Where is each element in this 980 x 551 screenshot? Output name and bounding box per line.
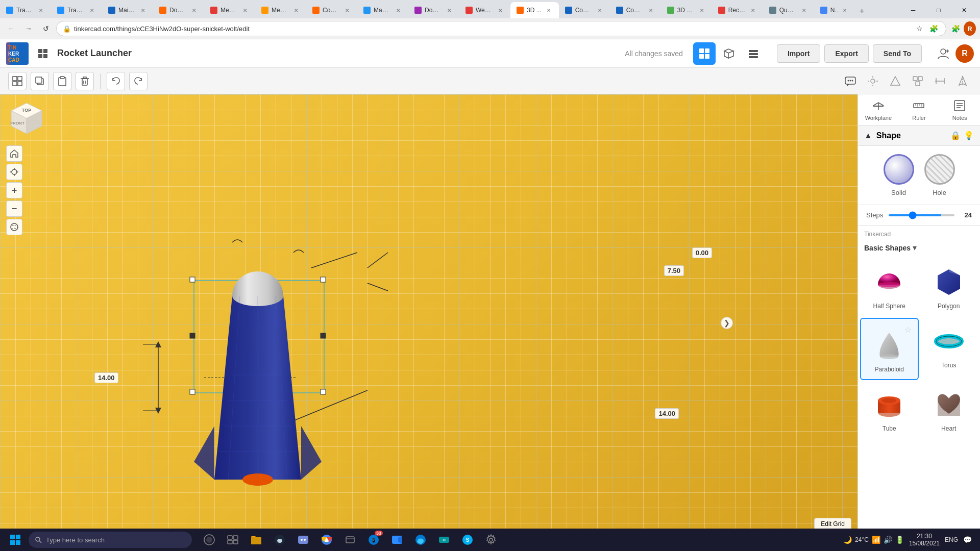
- tab-workplane[interactable]: Workplane: [858, 94, 899, 125]
- taskbar-item-8[interactable]: 📱 33: [362, 529, 385, 551]
- view-cube[interactable]: TOP FRONT: [6, 101, 47, 141]
- tab-recib[interactable]: Recib... ✕: [712, 2, 763, 18]
- tab-close[interactable]: ✕: [596, 6, 604, 14]
- taskbar-taskview[interactable]: [222, 529, 244, 551]
- taskbar-arduino[interactable]: ∞: [433, 529, 455, 551]
- forward-button[interactable]: →: [21, 21, 36, 36]
- shape-item-torus[interactable]: Torus: [920, 318, 978, 380]
- tab-close[interactable]: ✕: [496, 6, 504, 14]
- refresh-button[interactable]: ↺: [39, 21, 53, 36]
- tab-close[interactable]: ✕: [749, 6, 757, 14]
- tab-close[interactable]: ✕: [445, 6, 453, 14]
- tab-conte[interactable]: Conte... ✕: [306, 2, 357, 18]
- paste-button[interactable]: [53, 72, 71, 90]
- back-button[interactable]: ←: [4, 21, 18, 36]
- tab-close[interactable]: ✕: [647, 6, 655, 14]
- start-button[interactable]: [4, 529, 27, 551]
- tab-close[interactable]: ✕: [292, 6, 300, 14]
- steps-slider[interactable]: [889, 214, 954, 216]
- new-tab-button[interactable]: +: [855, 4, 869, 18]
- tab-down-2[interactable]: Down... ✕: [408, 2, 459, 18]
- zoom-in-button[interactable]: +: [6, 182, 22, 198]
- taskbar-cortana[interactable]: [198, 529, 220, 551]
- export-button[interactable]: Export: [824, 44, 868, 63]
- tab-close[interactable]: ✕: [139, 6, 147, 14]
- taskbar-edge[interactable]: [409, 529, 432, 551]
- tab-make[interactable]: Make... ✕: [357, 2, 408, 18]
- home-view-button[interactable]: [6, 145, 22, 162]
- tab-down-1[interactable]: Down... ✕: [153, 2, 204, 18]
- menu-grid-button[interactable]: [35, 45, 51, 62]
- shape-item-paraboloid[interactable]: ☆: [860, 318, 919, 380]
- tab-com[interactable]: Com... ✕: [610, 2, 661, 18]
- shape-item-polygon[interactable]: Polygon: [920, 259, 978, 317]
- lock-icon[interactable]: 🔒: [950, 131, 961, 140]
- group-button[interactable]: [909, 72, 927, 90]
- taskbar-steam[interactable]: [268, 529, 291, 551]
- transform-button[interactable]: [718, 42, 740, 65]
- add-user-button[interactable]: [934, 44, 952, 63]
- tab-webr[interactable]: Webr... ✕: [459, 2, 510, 18]
- light-button[interactable]: [864, 72, 882, 90]
- tab-close[interactable]: ✕: [37, 6, 45, 14]
- extensions-button[interactable]: 🧩: [927, 22, 940, 35]
- tab-notes[interactable]: Notes: [939, 94, 980, 125]
- viewport[interactable]: TOP FRONT: [0, 94, 857, 551]
- wifi-icon[interactable]: 📶: [872, 536, 880, 544]
- taskbar-search[interactable]: Type here to search: [29, 532, 192, 548]
- battery-icon[interactable]: 🔋: [895, 536, 904, 544]
- undo-button[interactable]: [107, 72, 125, 90]
- redo-button[interactable]: [129, 72, 148, 90]
- tab-close[interactable]: ✕: [394, 6, 402, 14]
- taskbar-item-7[interactable]: [339, 529, 361, 551]
- panel-collapse-button[interactable]: ❯: [721, 317, 733, 329]
- align-button[interactable]: [931, 72, 949, 90]
- tab-3d-active[interactable]: 3D ... ✕: [510, 2, 559, 18]
- shape-collapse-button[interactable]: ▲: [864, 131, 872, 140]
- orbit-button[interactable]: [6, 219, 22, 235]
- tab-3dpr[interactable]: 3D Pr... ✕: [661, 2, 712, 18]
- copy-button[interactable]: [31, 72, 49, 90]
- bulb-icon[interactable]: 💡: [964, 131, 974, 140]
- mirror-button[interactable]: [953, 72, 972, 90]
- tab-ruler[interactable]: Ruler: [899, 94, 940, 125]
- new-shape-button[interactable]: [8, 72, 27, 90]
- address-bar[interactable]: 🔒 tinkercad.com/things/cCE3HiNw2dO-super…: [56, 21, 946, 36]
- import-button[interactable]: Import: [777, 44, 821, 63]
- maximize-button[interactable]: □: [927, 2, 950, 18]
- tab-close[interactable]: ✕: [698, 6, 706, 14]
- taskbar-discord[interactable]: [292, 529, 314, 551]
- clock[interactable]: 21:30 15/08/2021: [909, 533, 940, 547]
- shape-button[interactable]: [886, 72, 904, 90]
- notification-icon[interactable]: 💬: [963, 536, 972, 544]
- volume-icon[interactable]: 🔊: [884, 536, 892, 544]
- tab-close[interactable]: ✕: [241, 6, 249, 14]
- tab-close[interactable]: ✕: [800, 6, 808, 14]
- tab-close[interactable]: ✕: [841, 6, 849, 14]
- user-avatar[interactable]: R: [955, 44, 974, 63]
- bookmark-button[interactable]: ☆: [913, 22, 925, 35]
- tab-close[interactable]: ✕: [88, 6, 96, 14]
- taskbar-explorer[interactable]: [245, 529, 267, 551]
- solid-option[interactable]: Solid: [884, 154, 914, 196]
- view-cube-svg[interactable]: TOP FRONT: [6, 101, 47, 141]
- zoom-out-button[interactable]: −: [6, 201, 22, 217]
- sendto-button[interactable]: Send To: [873, 44, 922, 63]
- tab-qube[interactable]: Qube... ✕: [763, 2, 814, 18]
- layers-button[interactable]: [742, 42, 765, 65]
- close-button[interactable]: ✕: [952, 2, 976, 18]
- taskbar-skype[interactable]: S: [456, 529, 479, 551]
- tab-close-active[interactable]: ✕: [545, 6, 553, 14]
- taskbar-zoom[interactable]: [386, 529, 408, 551]
- night-mode-icon[interactable]: 🌙: [843, 536, 852, 544]
- tab-close[interactable]: ✕: [343, 6, 351, 14]
- view-grid-button[interactable]: [693, 42, 716, 65]
- tab-traduli-1[interactable]: Tradu... ✕: [0, 2, 51, 18]
- tab-close[interactable]: ✕: [190, 6, 198, 14]
- tab-new[interactable]: New ✕: [814, 2, 855, 18]
- taskbar-settings[interactable]: [480, 529, 502, 551]
- shape-item-half-sphere[interactable]: Half Sphere: [860, 259, 919, 317]
- tab-mail[interactable]: Mail -... ✕: [102, 2, 153, 18]
- profile-icon[interactable]: R: [964, 22, 976, 35]
- fit-view-button[interactable]: [6, 164, 22, 180]
